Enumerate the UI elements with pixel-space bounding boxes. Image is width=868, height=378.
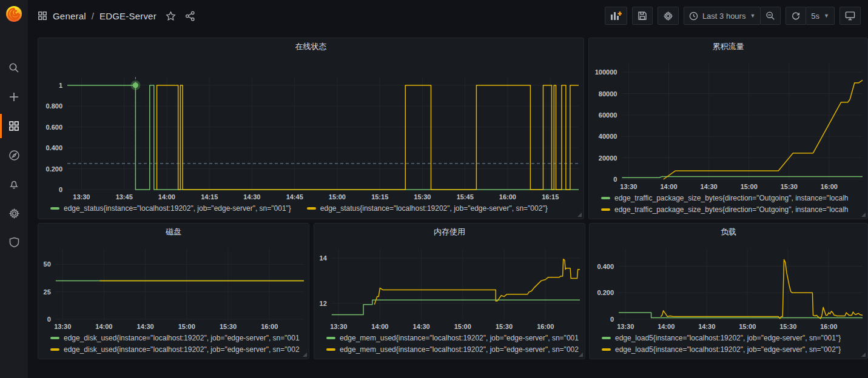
- svg-text:13:30: 13:30: [330, 323, 347, 330]
- panel-legend: edge_load5{instance="localhost:19202", j…: [590, 333, 867, 359]
- legend-item[interactable]: edge_mem_used{instance="localhost:19202"…: [326, 345, 580, 354]
- legend-series-swatch: [601, 197, 610, 199]
- legend-series-label: edge_load5{instance="localhost:19202", j…: [615, 334, 841, 342]
- svg-text:80000: 80000: [599, 90, 617, 98]
- dashboard-grid-icon: [38, 11, 47, 21]
- svg-text:14:30: 14:30: [701, 183, 718, 190]
- save-dashboard-button[interactable]: [632, 7, 653, 25]
- refresh-group: 5s ▼: [786, 7, 835, 25]
- dashboard-settings-button[interactable]: [658, 7, 679, 25]
- grafana-logo[interactable]: [0, 0, 28, 28]
- panel-legend: edge_status{instance="localhost:19202", …: [38, 203, 584, 219]
- svg-text:16:00: 16:00: [537, 323, 554, 330]
- legend-series-label: edge_mem_used{instance="localhost:19202"…: [340, 345, 579, 354]
- legend-series-label: edge_load5{instance="localhost:19202", j…: [615, 345, 841, 354]
- svg-text:50: 50: [44, 260, 51, 268]
- server-admin-shield-icon[interactable]: [0, 228, 28, 257]
- svg-text:14: 14: [320, 254, 328, 262]
- legend-item[interactable]: edge_disk_used{instance="localhost:19202…: [50, 345, 304, 354]
- panel-title[interactable]: 内存使用: [314, 224, 585, 240]
- svg-text:15:00: 15:00: [741, 183, 758, 190]
- explore-compass-icon[interactable]: [0, 141, 28, 170]
- svg-text:0.200: 0.200: [45, 165, 62, 173]
- legend-series-swatch: [602, 348, 611, 351]
- svg-text:15:30: 15:30: [220, 323, 237, 330]
- legend-item[interactable]: edge_status{instance="localhost:19202", …: [50, 204, 291, 213]
- tv-mode-button[interactable]: [839, 7, 861, 25]
- search-icon[interactable]: [0, 53, 28, 82]
- time-range-label: Last 3 hours: [702, 12, 746, 21]
- svg-text:14:00: 14:00: [658, 323, 675, 330]
- legend-series-label: edge_mem_used{instance="localhost:19202"…: [340, 334, 579, 342]
- svg-text:25: 25: [44, 288, 51, 296]
- legend-item[interactable]: edge_mem_used{instance="localhost:19202"…: [326, 334, 580, 342]
- svg-text:16:15: 16:15: [542, 193, 559, 201]
- panel-resize-handle[interactable]: [303, 353, 307, 357]
- legend-item[interactable]: edge_load5{instance="localhost:19202", j…: [602, 345, 863, 354]
- refresh-interval-picker[interactable]: 5s ▼: [806, 7, 835, 25]
- svg-text:15:30: 15:30: [779, 323, 796, 330]
- svg-text:14:30: 14:30: [243, 193, 260, 201]
- legend-item[interactable]: edge_disk_used{instance="localhost:19202…: [50, 334, 304, 342]
- legend-series-swatch: [50, 337, 59, 339]
- breadcrumb-separator: /: [92, 11, 94, 21]
- panel-resize-handle[interactable]: [577, 213, 582, 217]
- panel-memory-usage: 内存使用 13:3014:0014:3015:0015:3016:001214 …: [314, 223, 585, 359]
- svg-text:0.800: 0.800: [45, 102, 62, 110]
- panel-title[interactable]: 负载: [590, 224, 867, 240]
- svg-text:0.400: 0.400: [45, 144, 62, 151]
- breadcrumb: General / EDGE-Server: [38, 11, 195, 21]
- timeseries-chart[interactable]: 13:3014:0014:3015:0015:3016:0000.2000.40…: [590, 240, 867, 333]
- svg-text:14:30: 14:30: [137, 323, 154, 330]
- legend-item[interactable]: edge_traffic_package_size_bytes{directio…: [601, 205, 863, 214]
- legend-series-label: edge_disk_used{instance="localhost:19202…: [64, 334, 300, 342]
- panel-cumulative-traffic: 累积流量 13:3014:0014:3015:0015:3016:0002000…: [588, 38, 868, 219]
- svg-text:0.600: 0.600: [45, 124, 62, 131]
- timeseries-chart[interactable]: 13:3014:0014:3015:0015:3016:0002550: [38, 240, 309, 333]
- panel-resize-handle[interactable]: [579, 353, 583, 357]
- time-range-group: Last 3 hours ▼: [684, 7, 781, 25]
- svg-text:15:00: 15:00: [454, 323, 471, 330]
- legend-series-swatch: [307, 207, 316, 210]
- create-plus-icon[interactable]: [0, 82, 28, 111]
- share-icon[interactable]: [185, 11, 195, 21]
- legend-item[interactable]: edge_status{instance="localhost:19202", …: [307, 204, 548, 213]
- svg-text:1: 1: [59, 82, 62, 89]
- timeseries-chart[interactable]: 13:3014:0014:3015:0015:3016:000200004000…: [589, 55, 867, 193]
- svg-text:14:00: 14:00: [95, 323, 112, 330]
- svg-text:20000: 20000: [599, 154, 617, 162]
- zoom-out-time-button[interactable]: [760, 7, 781, 25]
- panel-resize-handle[interactable]: [861, 213, 866, 217]
- svg-text:16:00: 16:00: [821, 183, 838, 190]
- legend-item[interactable]: edge_traffic_package_size_bytes{directio…: [601, 194, 863, 202]
- breadcrumb-section[interactable]: General: [53, 11, 86, 21]
- timeseries-chart[interactable]: 13:3013:4514:0014:1514:3014:4515:0015:15…: [38, 55, 584, 203]
- svg-text:0: 0: [59, 186, 62, 193]
- refresh-button[interactable]: [786, 7, 806, 25]
- panel-legend: edge_traffic_package_size_bytes{directio…: [589, 193, 867, 219]
- panel-legend: edge_disk_used{instance="localhost:19202…: [38, 333, 309, 359]
- dashboards-grid-icon[interactable]: [0, 111, 28, 141]
- time-range-picker[interactable]: Last 3 hours ▼: [684, 7, 761, 25]
- alerting-bell-icon[interactable]: [0, 170, 28, 199]
- chevron-down-icon: ▼: [750, 13, 755, 19]
- svg-text:0: 0: [613, 176, 617, 183]
- svg-text:15:30: 15:30: [414, 193, 431, 201]
- dashboard-toolbar: Last 3 hours ▼ 5s ▼: [605, 7, 861, 25]
- legend-item[interactable]: edge_load5{instance="localhost:19202", j…: [602, 334, 863, 342]
- panel-resize-handle[interactable]: [861, 353, 866, 357]
- panel-title[interactable]: 累积流量: [589, 38, 867, 55]
- timeseries-chart[interactable]: 13:3014:0014:3015:0015:3016:001214: [314, 240, 585, 333]
- clock-icon: [689, 12, 698, 21]
- panel-legend: edge_mem_used{instance="localhost:19202"…: [314, 333, 585, 359]
- svg-text:15:30: 15:30: [781, 183, 798, 190]
- legend-series-swatch: [601, 208, 610, 211]
- page-title[interactable]: EDGE-Server: [99, 11, 156, 21]
- svg-text:15:15: 15:15: [371, 193, 388, 201]
- configuration-gear-icon[interactable]: [0, 199, 28, 228]
- panel-title[interactable]: 在线状态: [38, 38, 584, 55]
- legend-series-swatch: [326, 337, 335, 339]
- add-panel-button[interactable]: [605, 7, 627, 25]
- star-icon[interactable]: [166, 11, 176, 21]
- panel-title[interactable]: 磁盘: [38, 224, 309, 240]
